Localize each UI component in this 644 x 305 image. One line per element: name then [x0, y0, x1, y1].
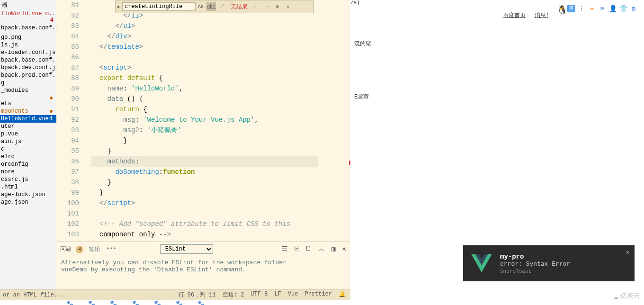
open-editor-item[interactable]: bpack.base.conf.js ... [0, 24, 56, 32]
ime-badge[interactable]: 英 [567, 5, 575, 12]
link-messages[interactable]: 消息( [535, 12, 549, 19]
open-file-label: lloWorld.vue [1, 10, 42, 17]
error-badge: 4 [50, 17, 54, 24]
code-line[interactable]: export default { [91, 73, 342, 83]
sidebar-header: 器 [0, 0, 56, 10]
file-item[interactable]: nore [0, 168, 56, 176]
file-item[interactable]: age.json [0, 198, 56, 206]
panel-split-icon[interactable]: ◨ [331, 245, 335, 253]
file-item[interactable]: e-loader.conf.js [0, 49, 56, 56]
code-line[interactable]: msg2: '小猪佩奇' [91, 125, 342, 135]
output-channel-select[interactable]: ESLint [160, 244, 213, 254]
file-item[interactable]: ain.js [0, 138, 56, 145]
toast-close-icon[interactable]: ✕ [626, 248, 630, 256]
match-case-icon[interactable]: Aa [196, 2, 206, 11]
find-widget: ▸ Aa Ab| .* 无结果 ← → ≡ ✕ [115, 0, 314, 13]
status-encoding[interactable]: UTF-8 [250, 291, 268, 299]
code-line[interactable]: component only --> [91, 229, 342, 240]
panel-close-icon[interactable]: ✕ [342, 245, 346, 253]
file-item[interactable]: g [0, 79, 56, 87]
keyboard-icon[interactable]: ⌨ [599, 5, 606, 12]
code-line[interactable]: } [91, 146, 342, 156]
panel-collapse-icon[interactable]: ︿ [318, 245, 325, 253]
panel-clear-icon[interactable]: 🗋 [305, 245, 312, 253]
snippet-text-1: 流的猪 [354, 40, 371, 48]
find-close-icon[interactable]: ✕ [283, 2, 293, 11]
tab-problems[interactable]: 问题 4 [60, 245, 83, 253]
link-baidu-home[interactable]: 百度首页 [503, 12, 526, 19]
status-eol[interactable]: LF [274, 291, 281, 299]
snippet-text-2: E棠蓉 [354, 93, 369, 101]
code-line[interactable]: <script> [91, 63, 342, 73]
file-item[interactable]: age-lock.json [0, 191, 56, 198]
editor-status-bar: or an HTML file... 行 96，列 11 空格: 2 UTF-8… [0, 289, 350, 300]
shirt-icon[interactable]: 👕 [619, 5, 627, 12]
tab-more-icon[interactable]: ••• [106, 246, 116, 252]
find-toggle-replace-icon[interactable]: ▸ [116, 3, 122, 10]
code-line[interactable]: msg: 'Welcome to Your Vue.js App', [91, 115, 342, 125]
code-line[interactable]: doSomething:function [91, 167, 342, 177]
file-item[interactable]: HelloWorld.vue4 [0, 115, 56, 123]
toast-app: SnoreToast [500, 269, 635, 274]
status-cursor[interactable]: 行 96，列 11 [179, 291, 216, 299]
toast-title: my-pro [500, 253, 635, 260]
file-item[interactable] [0, 94, 56, 100]
file-item[interactable]: elrc [0, 153, 56, 161]
code-area[interactable]: </li> </li> </ul> </div> </template> <sc… [91, 0, 342, 242]
file-item[interactable]: go.png [0, 34, 56, 41]
code-line[interactable]: return { [91, 104, 342, 115]
gear-icon[interactable]: ⚙ [630, 5, 637, 12]
file-item[interactable]: ls.js [0, 41, 56, 49]
file-item[interactable]: ets [0, 100, 56, 108]
code-line[interactable] [91, 208, 342, 219]
file-item[interactable]: bpack.prod.conf.js [0, 72, 56, 79]
dots-icon[interactable]: ⋮ [578, 5, 585, 12]
file-item[interactable]: bpack.base.conf.js [0, 56, 56, 64]
code-line[interactable]: </template> [91, 42, 342, 52]
file-explorer-sidebar: 器 lloWorld.vue m... 4 bpack.base.conf.js… [0, 0, 56, 289]
file-item[interactable]: cssrc.js [0, 176, 56, 183]
code-line[interactable]: <!-- Add "scoped" attribute to limit CSS… [91, 219, 342, 229]
panel-tab-bar: 问题 4 输出 ••• ESLint ☰ ⎘ 🗋 ︿ ◨ ✕ [56, 242, 350, 256]
regex-icon[interactable]: .* [217, 2, 226, 11]
status-prettier[interactable]: Prettier [304, 291, 332, 299]
find-prev-icon[interactable]: ← [252, 2, 261, 11]
panel-lock-icon[interactable]: ⎘ [295, 245, 298, 253]
file-item[interactable]: uter [0, 123, 56, 130]
file-item[interactable]: _modules [0, 87, 56, 94]
open-editor-item[interactable]: lloWorld.vue m... 4 [0, 10, 56, 24]
code-line[interactable] [91, 52, 342, 63]
penguin-icon[interactable]: 🐧 [557, 5, 564, 12]
code-line[interactable]: } [91, 177, 342, 188]
code-line[interactable]: </div> [91, 31, 342, 42]
person-icon[interactable]: 👤 [609, 5, 617, 12]
code-line[interactable]: </script> [91, 198, 342, 208]
file-item[interactable]: bpack.dev.conf.js [0, 64, 56, 72]
find-selection-icon[interactable]: ≡ [273, 2, 282, 11]
file-item[interactable]: mponents [0, 108, 56, 115]
scissors-icon[interactable]: ✂ [588, 5, 596, 12]
watermark: ☁ 亿速云 [613, 291, 640, 301]
status-language[interactable]: Vue [288, 291, 298, 299]
file-item[interactable]: orconfig [0, 161, 56, 168]
code-line[interactable]: name: 'HelloWorld', [91, 83, 342, 94]
file-item[interactable]: .html [0, 183, 56, 191]
find-input[interactable] [122, 2, 196, 11]
panel-body: Alternatively you can disable ESLint for… [56, 256, 350, 276]
code-line[interactable]: </ul> [91, 21, 342, 31]
status-spaces[interactable]: 空格: 2 [223, 291, 244, 299]
code-line[interactable]: } [91, 135, 342, 146]
notification-toast[interactable]: my-pro error: Syntax Error SnoreToast ✕ [463, 245, 635, 281]
code-line[interactable]: data () { [91, 94, 342, 104]
tab-output[interactable]: 输出 [89, 245, 100, 253]
code-line[interactable]: } [91, 188, 342, 198]
code-line[interactable]: methods: [91, 156, 318, 167]
code-editor[interactable]: 8182838485868788899091929394959697989910… [56, 0, 350, 242]
file-item[interactable]: c [0, 145, 56, 153]
panel-filter-icon[interactable]: ☰ [282, 245, 288, 253]
find-result-text: 无结果 [231, 3, 248, 11]
whole-word-icon[interactable]: Ab| [206, 2, 216, 11]
status-bell-icon[interactable]: 🔔 [339, 291, 346, 299]
file-item[interactable]: p.vue [0, 130, 56, 138]
find-next-icon[interactable]: → [262, 2, 272, 11]
